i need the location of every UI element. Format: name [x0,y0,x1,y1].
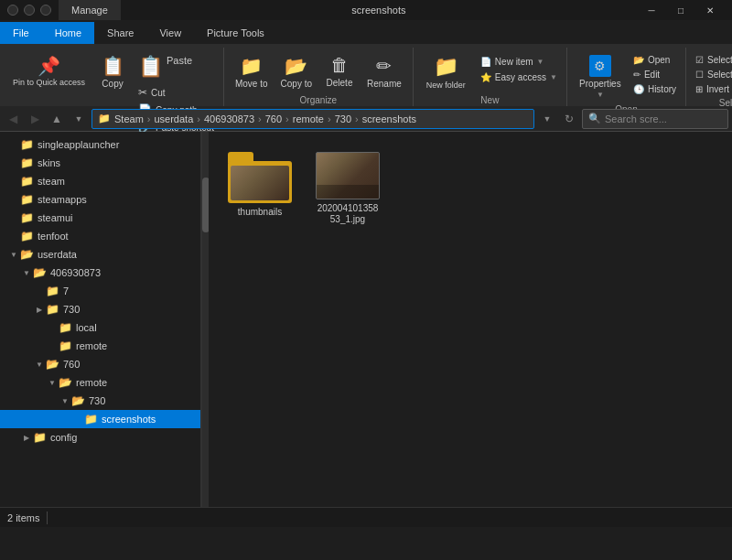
ribbon-tabs: File Home Share View Picture Tools [0,20,732,44]
sidebar-item-userdata[interactable]: ▼ 📂 userdata [0,245,200,264]
up-button[interactable]: ▲ [48,110,66,128]
select-label: Select [719,96,732,110]
sidebar-item-730-remote[interactable]: ▼ 📂 730 [0,392,200,410]
paste-button[interactable]: 📋 Paste [135,51,196,82]
breadcrumb-remote[interactable]: remote [293,113,324,124]
sidebar-item-7[interactable]: 📁 7 [0,282,200,300]
main-layout: 📁 singleapplauncher 📁 skins 📁 steam 📁 st… [0,132,732,507]
folder-icon: 📁 [59,321,72,334]
file-item-thumbnails[interactable]: thumbnails [223,146,296,231]
folder-icon: 📁 [20,230,34,242]
organize-group: 📁 Move to 📂 Copy to 🗑 Delete ✏ Rename Or… [226,48,414,106]
back-button[interactable]: ◀ [4,110,22,128]
pin-button[interactable]: 📌 Pin to Quick access [7,51,91,92]
properties-button[interactable]: ⚙ Properties ▼ [573,51,628,102]
pin-icon: 📌 [38,55,60,77]
sidebar-scrollbar[interactable] [201,132,209,507]
sidebar-item-remote-l4[interactable]: 📁 remote [0,337,200,355]
new-item-icon: 📄 [480,57,491,67]
delete-icon: 🗑 [330,55,349,76]
tab-home[interactable]: Home [42,22,94,44]
folder-body [228,161,292,203]
open-button[interactable]: 📂 Open [630,53,680,67]
invert-selection-button[interactable]: ⊞ Invert selection [692,82,732,96]
new-folder-label: New folder [426,81,466,90]
folder-icon: 📂 [46,358,59,371]
select-none-button[interactable]: ☐ Select none [692,68,732,81]
breadcrumb-screenshots[interactable]: screenshots [362,113,416,124]
organize-label: Organize [300,93,338,107]
sidebar-item-steamapps[interactable]: 📁 steamapps [0,190,200,209]
folder-icon: 📁 [20,193,34,206]
sidebar-item-730-l3[interactable]: ▶ 📁 730 [0,300,200,318]
new-item-arrow: ▼ [537,58,544,66]
tab-manage[interactable]: Manage [59,0,121,20]
select-group: ☑ Select all ☐ Select none ⊞ Invert sele… [688,48,732,106]
file-item-screenshot[interactable]: 20200410135853_1.jpg [311,146,384,231]
breadcrumb-userdata[interactable]: userdata [154,113,193,124]
folder-icon: 📁 [33,431,47,444]
new-item-button[interactable]: 📄 New item ▼ [477,55,561,69]
status-divider [47,512,48,524]
breadcrumb-760[interactable]: 760 [265,113,282,124]
window-controls: ─ □ ✕ [637,0,725,20]
properties-icon: ⚙ [589,55,611,77]
tab-view[interactable]: View [146,22,194,44]
minimize-icon [7,5,18,16]
close-icon [40,5,51,16]
search-box[interactable]: 🔍 Search scre... [582,109,728,129]
maximize-icon [24,5,35,16]
sidebar-item-steam[interactable]: 📁 steam [0,172,200,190]
folder-icon: 📁 [20,175,34,188]
path-folder-icon: 📁 [98,113,111,124]
select-all-icon: ☑ [695,55,704,65]
copy-icon: 📋 [102,55,124,77]
history-button[interactable]: 🕒 History [630,82,680,96]
folder-icon: 📁 [46,303,59,316]
refresh-button[interactable]: ↻ [560,110,578,128]
sidebar-item-steamui[interactable]: 📁 steamui [0,209,200,227]
tab-file[interactable]: File [0,22,42,44]
sidebar-item-local[interactable]: 📁 local [0,318,200,337]
rename-button[interactable]: ✏ Rename [361,51,407,93]
breadcrumb-steam[interactable]: Steam [114,113,144,124]
search-icon: 🔍 [588,113,601,124]
new-folder-button[interactable]: 📁 New folder [419,51,473,93]
tab-share[interactable]: Share [94,22,146,44]
sidebar-item-singleapplauncher[interactable]: 📁 singleapplauncher [0,135,200,154]
delete-button[interactable]: 🗑 Delete [319,51,360,92]
copy-to-button[interactable]: 📂 Copy to [275,51,318,93]
minimize-button[interactable]: ─ [637,0,666,20]
breadcrumb-406930873[interactable]: 406930873 [204,113,254,124]
recent-locations-button[interactable]: ▼ [70,110,88,128]
folder-icon: 📁 [46,285,59,297]
easy-access-button[interactable]: ⭐ Easy access ▼ [477,70,561,84]
move-button[interactable]: 📁 Move to [230,51,274,93]
sidebar-item-config[interactable]: ▶ 📁 config [0,428,200,447]
folder-icon: 📁 [59,339,72,352]
sidebar-item-screenshots[interactable]: 📁 screenshots [0,410,200,428]
title-bar: Manage screenshots ─ □ ✕ [0,0,732,20]
sidebar-item-406930873[interactable]: ▼ 📂 406930873 [0,264,200,282]
easy-access-icon: ⭐ [480,72,491,82]
sidebar-item-tenfoot[interactable]: 📁 tenfoot [0,227,200,245]
new-label: New [480,93,499,107]
breadcrumb-730[interactable]: 730 [335,113,351,124]
maximize-button[interactable]: □ [666,0,695,20]
sidebar-item-skins[interactable]: 📁 skins [0,154,200,172]
status-bar: 2 items [0,507,732,527]
address-dropdown-button[interactable]: ▼ [538,110,556,128]
forward-button[interactable]: ▶ [26,110,44,128]
edit-button[interactable]: ✏ Edit [630,68,680,81]
folder-thumbnail [228,152,292,203]
close-button[interactable]: ✕ [695,0,725,20]
select-all-button[interactable]: ☑ Select all [692,53,732,67]
address-path[interactable]: 📁 Steam › userdata › 406930873 › 760 › r… [92,109,534,129]
address-bar: ◀ ▶ ▲ ▼ 📁 Steam › userdata › 406930873 ›… [0,106,732,132]
cut-button[interactable]: ✂ Cut [135,84,218,101]
sidebar-item-760[interactable]: ▼ 📂 760 [0,355,200,373]
tab-picture-tools[interactable]: Picture Tools [194,22,277,44]
open-group: ⚙ Properties ▼ 📂 Open ✏ Edit 🕒 History [569,48,686,106]
sidebar-item-remote-760[interactable]: ▼ 📂 remote [0,373,200,392]
copy-button[interactable]: 📋 Copy [92,51,133,93]
